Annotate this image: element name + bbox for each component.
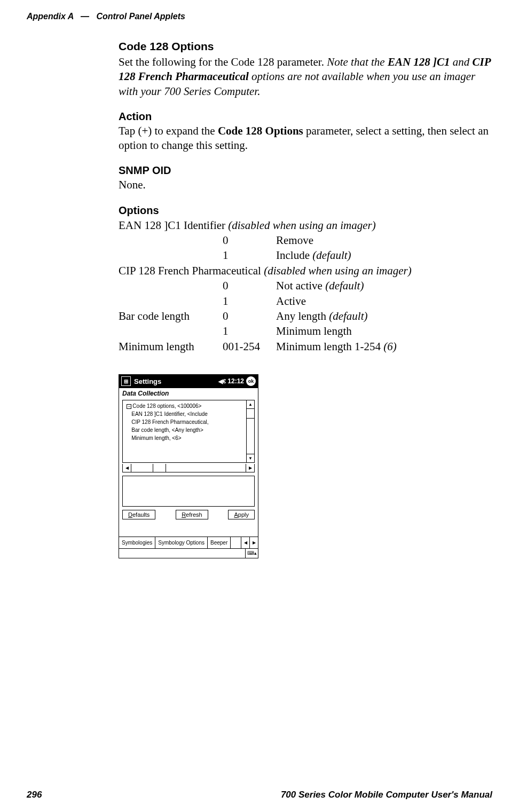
tab-left-icon[interactable]: ◀ xyxy=(241,537,249,548)
section-title: Code 128 Options xyxy=(119,40,492,53)
refresh-button[interactable]: Refresh xyxy=(176,510,208,519)
tree-item-parent[interactable]: −Code 128 options, <100006> xyxy=(124,402,245,410)
ss-button-row: Defaults Refresh Apply xyxy=(122,510,255,519)
snmp-heading: SNMP OID xyxy=(119,164,492,177)
tab-symbologies[interactable]: Symbologies xyxy=(119,537,155,548)
cip-label: CIP 128 French Pharmaceutical xyxy=(119,264,264,277)
ss-hscrollbar[interactable]: ◀ ▶ xyxy=(122,464,255,472)
options-heading: Options xyxy=(119,204,492,217)
scroll-up-icon[interactable]: ▲ xyxy=(247,400,254,409)
cip-note: (disabled when using an imager) xyxy=(264,264,411,277)
ean-desc-1: Include (default) xyxy=(276,248,492,263)
ean-code-0: 0 xyxy=(223,233,276,248)
ss-time: 12:12 xyxy=(227,377,244,385)
cip-desc-0: Not active (default) xyxy=(276,278,492,293)
min-label: Minimum length xyxy=(119,339,223,354)
intro-plain: Set the following for the Code 128 param… xyxy=(119,56,327,68)
ean-note: (disabled when using an imager) xyxy=(228,219,375,232)
footer-text: 700 Series Color Mobile Computer User's … xyxy=(281,790,492,800)
hscroll-track[interactable] xyxy=(131,464,246,472)
intro-bold-1: EAN 128 ]C1 xyxy=(388,56,450,68)
hscroll-thumb[interactable] xyxy=(153,464,166,472)
tab-beeper[interactable]: Beeper xyxy=(208,537,231,548)
appendix-label: Appendix A xyxy=(27,12,74,21)
ean-header: EAN 128 ]C1 Identifier (disabled when us… xyxy=(119,218,492,233)
tree-item[interactable]: Minimum length, <6> xyxy=(124,434,245,442)
page-footer: 296 700 Series Color Mobile Computer Use… xyxy=(27,790,492,800)
ss-vscrollbar[interactable]: ▲ ▼ xyxy=(246,400,255,463)
ean-code-1: 1 xyxy=(223,248,276,263)
ss-title: Settings xyxy=(134,377,218,385)
ss-tree[interactable]: −Code 128 options, <100006> EAN 128 ]C1 … xyxy=(122,400,246,463)
action-heading: Action xyxy=(119,111,492,123)
min-desc: Minimum length 1-254 (6) xyxy=(276,339,492,354)
cip-desc-1: Active xyxy=(276,294,492,309)
intro-paragraph: Set the following for the Code 128 param… xyxy=(119,55,492,99)
min-code: 001-254 xyxy=(223,339,276,354)
scroll-down-icon[interactable]: ▼ xyxy=(247,454,254,462)
ss-empty-panel xyxy=(122,476,255,507)
start-icon[interactable]: ⊞ xyxy=(121,376,131,386)
bcl-code-0: 0 xyxy=(223,309,276,324)
snmp-value: None. xyxy=(119,178,492,192)
header-separator: — xyxy=(81,12,89,21)
ss-tree-area: −Code 128 options, <100006> EAN 128 ]C1 … xyxy=(122,400,255,463)
tree-item[interactable]: CIP 128 French Pharmaceutical, xyxy=(124,418,245,426)
scroll-left-icon[interactable]: ◀ xyxy=(123,464,131,472)
bcl-desc-1: Minimum length xyxy=(276,324,492,338)
cip-code-0: 0 xyxy=(223,278,276,293)
page-number: 296 xyxy=(27,790,42,800)
defaults-button[interactable]: Defaults xyxy=(122,510,155,519)
ok-button[interactable]: ok xyxy=(246,376,256,386)
bcl-desc-0: Any length (default) xyxy=(276,309,492,324)
min-row: Minimum length 001-254 Minimum length 1-… xyxy=(119,339,492,354)
action-p1: Tap (+) to expand the xyxy=(119,124,218,137)
bcl-label: Bar code length xyxy=(119,309,223,324)
intro-italic-1: Note that the xyxy=(327,56,388,68)
options-block: EAN 128 ]C1 Identifier (disabled when us… xyxy=(119,218,492,354)
ean-label: EAN 128 ]C1 Identifier xyxy=(119,219,228,232)
cip-row-1: 1 Active xyxy=(119,294,492,309)
device-screenshot: ⊞ Settings ◀€ 12:12 ok Data Collection −… xyxy=(119,374,258,558)
ss-bottombar: ⌨▴ xyxy=(119,548,258,558)
bcl-row-0: Bar code length 0 Any length (default) xyxy=(119,309,492,324)
bcl-row-1: 1 Minimum length xyxy=(119,324,492,338)
tab-right-icon[interactable]: ▶ xyxy=(249,537,258,548)
ss-tabs: Symbologies Symbology Options Beeper ◀ ▶ xyxy=(119,537,258,548)
tree-item[interactable]: Bar code length, <Any length> xyxy=(124,426,245,434)
main-content: Code 128 Options Set the following for t… xyxy=(119,40,492,558)
intro-italic-2: and xyxy=(450,56,473,68)
cip-header: CIP 128 French Pharmaceutical (disabled … xyxy=(119,263,492,278)
cip-row-0: 0 Not active (default) xyxy=(119,278,492,293)
ean-desc-0: Remove xyxy=(276,233,492,248)
action-paragraph: Tap (+) to expand the Code 128 Options p… xyxy=(119,124,492,153)
ean-row-1: 1 Include (default) xyxy=(119,248,492,263)
ss-subtitle: Data Collection xyxy=(119,388,258,399)
bcl-code-1: 1 xyxy=(223,324,276,338)
tab-symbology-options[interactable]: Symbology Options xyxy=(155,537,208,548)
action-bold: Code 128 Options xyxy=(218,124,303,137)
cip-code-1: 1 xyxy=(223,294,276,309)
apply-button[interactable]: Apply xyxy=(228,510,255,519)
ss-titlebar: ⊞ Settings ◀€ 12:12 ok xyxy=(119,375,258,388)
speaker-icon[interactable]: ◀€ xyxy=(218,378,226,385)
ean-row-0: 0 Remove xyxy=(119,233,492,248)
scroll-thumb[interactable] xyxy=(247,409,254,419)
tree-item[interactable]: EAN 128 ]C1 Identifier, <Include xyxy=(124,410,245,418)
page-header: Appendix A — Control Panel Applets xyxy=(27,12,185,21)
section-label: Control Panel Applets xyxy=(96,12,185,21)
scroll-right-icon[interactable]: ▶ xyxy=(246,464,254,472)
keyboard-icon[interactable]: ⌨▴ xyxy=(245,549,258,558)
